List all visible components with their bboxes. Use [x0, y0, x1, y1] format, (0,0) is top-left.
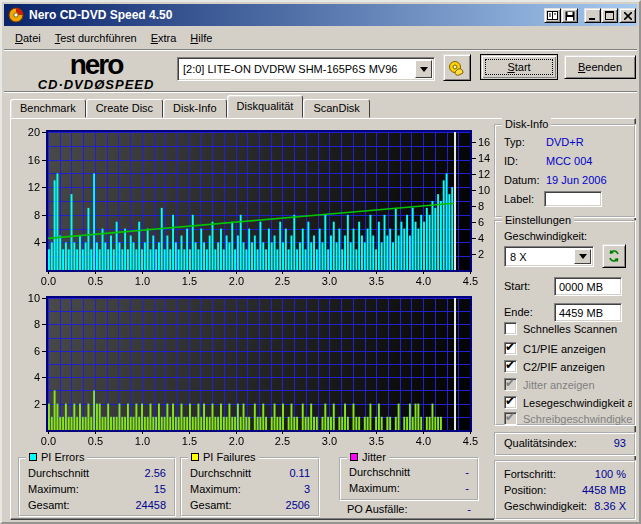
stat-label: Maximum:	[190, 483, 241, 495]
progress-value: 100 %	[595, 468, 626, 480]
stat-value: -	[465, 482, 469, 494]
speed-select[interactable]: 8 X	[504, 246, 594, 267]
pi-errors-stats-title: PI Errors	[41, 451, 84, 463]
disk-type-label: Typ:	[504, 136, 525, 148]
nero-logo: nero CD·DVDØSPEED	[16, 53, 176, 92]
floppy-icon	[565, 11, 575, 21]
chevron-down-icon[interactable]	[574, 249, 591, 264]
disk-label-field[interactable]	[544, 191, 602, 207]
tab-create-disc[interactable]: Create Disc	[86, 99, 163, 118]
start-button-label: Start	[507, 61, 530, 73]
scan-end-input[interactable]	[554, 303, 622, 322]
tab-benchmark[interactable]: Benchmark	[10, 99, 86, 118]
close-button[interactable]	[619, 8, 636, 23]
tab-scandisk[interactable]: ScanDisk	[303, 99, 369, 118]
app-window: Nero CD-DVD Speed 4.50 Datei Test durchf…	[0, 0, 641, 524]
panels-icon	[547, 11, 558, 20]
pi-errors-stats-panel: PI Errors Durchschnitt2.56 Maximum:15 Ge…	[18, 457, 176, 517]
po-failures-row: PO Ausfälle:-	[347, 503, 471, 515]
menu-datei[interactable]: Datei	[8, 30, 48, 46]
eject-button[interactable]	[443, 54, 471, 81]
chevron-down-icon[interactable]	[415, 60, 432, 78]
quality-index-label: Qualitätsindex:	[504, 437, 577, 449]
stat-label: Maximum:	[349, 482, 400, 494]
menu-bar: Datei Test durchführen Extra Hilfe	[4, 28, 637, 48]
stat-value: 15	[154, 483, 166, 495]
speed-readout-value: 8.36 X	[594, 500, 626, 512]
speed-select-value: 8 X	[505, 251, 572, 263]
window-title: Nero CD-DVD Speed 4.50	[29, 8, 172, 22]
disk-id-label: ID:	[504, 155, 518, 167]
jitter-color-swatch	[350, 453, 358, 461]
position-value: 4458 MB	[582, 484, 626, 496]
pi-failures-stats-title: PI Failures	[203, 451, 256, 463]
quit-button-label: Beenden	[578, 61, 622, 73]
nero-logo-text: nero	[16, 53, 176, 77]
speed-label: Geschwindigkeit:	[504, 230, 587, 242]
quality-index-value: 93	[614, 437, 626, 449]
pi-failures-chart	[18, 290, 494, 450]
stat-value: 24458	[135, 499, 166, 511]
refresh-icon	[607, 249, 621, 263]
scan-start-input[interactable]	[554, 277, 622, 296]
tab-bar: BenchmarkCreate DiscDisk-InfoDiskqualitä…	[10, 95, 370, 119]
scan-start-label: Start:	[504, 280, 530, 292]
checkbox-jitter-anzeigen: Jitter anzeigen	[504, 378, 632, 391]
minimize-button[interactable]	[584, 8, 601, 23]
stat-value: 3	[304, 483, 310, 495]
progress-label: Fortschritt:	[504, 468, 556, 480]
disk-label-label: Label:	[504, 193, 534, 205]
start-button[interactable]: Start	[480, 54, 558, 80]
cdspeed-logo-text: CD·DVDØSPEED	[16, 77, 176, 92]
checkbox-lesegeschwindigkeit[interactable]: Lesegeschwindigkeit a	[504, 396, 632, 409]
stat-value: 2506	[286, 499, 310, 511]
drive-select[interactable]: [2:0] LITE-ON DVDRW SHM-165P6S MV96	[177, 57, 435, 81]
settings-panel: Einstellungen Geschwindigkeit: 8 X Start…	[494, 220, 636, 426]
save-button[interactable]	[561, 8, 578, 23]
close-icon	[624, 12, 632, 20]
stat-value: 0.11	[289, 467, 310, 479]
disk-type-value: DVD+R	[546, 136, 584, 148]
menu-test-durchfuehren[interactable]: Test durchführen	[48, 30, 144, 46]
stat-label: Durchschnitt	[349, 466, 410, 478]
stat-label: Gesamt:	[28, 499, 70, 511]
maximize-button[interactable]	[601, 8, 618, 23]
quality-index-panel: Qualitätsindex:93	[494, 432, 636, 456]
disk-id-value: MCC 004	[546, 155, 592, 167]
toolbar-separator	[4, 91, 637, 93]
checkbox-schnelles-scannen[interactable]: Schnelles Scannen	[504, 322, 632, 335]
refresh-button[interactable]	[602, 244, 626, 268]
eject-icon	[448, 59, 466, 77]
disk-date-value: 19 Jun 2006	[546, 174, 607, 186]
po-failures-label: PO Ausfälle:	[347, 503, 408, 515]
speed-readout-label: Geschwindigkeit:	[504, 500, 587, 512]
tab-disk-info[interactable]: Disk-Info	[163, 99, 226, 118]
pi-errors-chart	[18, 122, 494, 290]
pi-errors-color-swatch	[29, 453, 37, 461]
po-failures-value: -	[467, 503, 471, 515]
checkbox-c1-pie-anzeigen[interactable]: C1/PIE anzeigen	[504, 342, 632, 355]
maximize-icon	[605, 11, 614, 20]
checkbox-schreibgeschwindigkeit: Schreibgeschwindigke	[504, 412, 632, 425]
stat-value: 2.56	[145, 467, 166, 479]
pi-failures-color-swatch	[191, 453, 199, 461]
checkbox-c2-pif-anzeigen[interactable]: C2/PIF anzeigen	[504, 360, 632, 373]
pi-failures-stats-panel: PI Failures Durchschnitt0.11 Maximum:3 G…	[180, 457, 320, 517]
disk-date-label: Datum:	[504, 174, 539, 186]
progress-panel: Fortschritt:100 % Position:4458 MB Gesch…	[494, 460, 636, 520]
disk-info-title: Disk-Info	[502, 118, 551, 130]
stat-label: Durchschnitt	[190, 467, 251, 479]
minimize-icon	[589, 11, 597, 20]
jitter-stats-title: Jitter	[362, 451, 386, 463]
menu-hilfe[interactable]: Hilfe	[183, 30, 219, 46]
settings-title: Einstellungen	[502, 214, 574, 226]
jitter-stats-panel: Jitter Durchschnitt- Maximum:-	[339, 457, 479, 501]
menu-extra[interactable]: Extra	[144, 30, 184, 46]
stat-label: Maximum:	[28, 483, 79, 495]
quit-button[interactable]: Beenden	[564, 55, 636, 79]
stat-label: Gesamt:	[190, 499, 232, 511]
report-button[interactable]	[544, 8, 561, 23]
tab-diskqualitaet[interactable]: Diskqualität	[227, 95, 304, 118]
stat-value: -	[465, 466, 469, 478]
position-label: Position:	[504, 484, 546, 496]
